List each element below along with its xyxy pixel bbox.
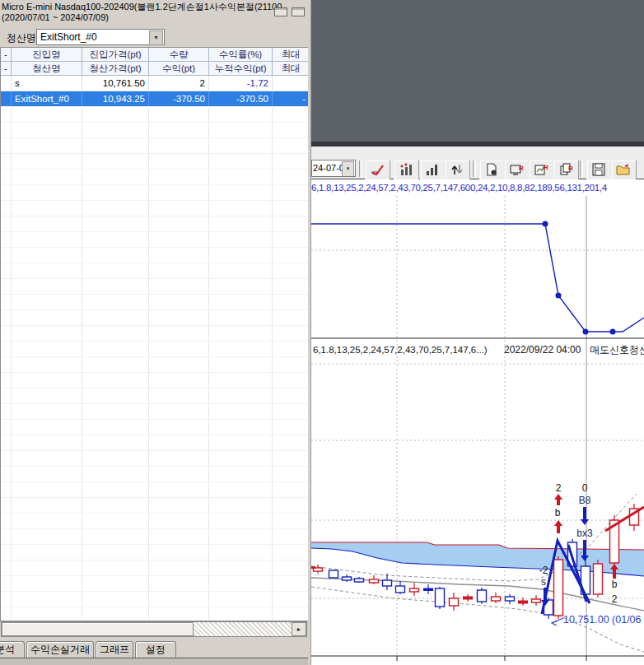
trendline-icon — [370, 163, 385, 176]
table-empty-area — [1, 107, 308, 620]
svg-text:2: 2 — [612, 593, 618, 605]
svg-text:R: R — [568, 165, 573, 172]
cell-exit-price: 10,943.25 — [82, 91, 149, 106]
bar-chart-icon — [426, 163, 439, 176]
app-root: Micro E-mini Nasdaq100-202409(볼랜1.2단계손절1… — [0, 0, 644, 665]
cell-cum-profit: -370.50 — [209, 91, 273, 106]
header-exit-price[interactable]: 청산가격(pt) — [82, 62, 149, 75]
trendline-button[interactable] — [365, 160, 390, 179]
exit-name-label: 청산명 — [7, 31, 36, 45]
exit-selector-row: 청산명 ExitShort_#0 ▼ — [0, 27, 308, 47]
header-max2[interactable]: 최대 — [273, 62, 308, 75]
chevron-down-icon[interactable]: ▼ — [342, 161, 354, 177]
bottom-filler — [0, 658, 308, 665]
svg-text:b: b — [555, 507, 561, 519]
window-title-line1: Micro E-mini Nasdaq100-202409(볼랜1.2단계손절1… — [2, 2, 308, 12]
table-header-row-1: - 진입명 진입가격(pt) 수량 수익률(%) 최대 — [1, 48, 308, 62]
header-cum-profit[interactable]: 누적수익(pt) — [209, 62, 273, 75]
open-folder-button[interactable] — [611, 160, 636, 179]
trade-table: - 진입명 진입가격(pt) 수량 수익률(%) 최대 - 청산명 청산가격(p… — [0, 47, 308, 621]
cell-max2: - — [273, 91, 308, 106]
tab-profit-loss[interactable]: 수익손실거래 — [26, 641, 94, 658]
chart-area: 6,1.8,13,25,2,24,57,2,43,70,25,7,147,600… — [311, 179, 644, 665]
svg-text:2: 2 — [556, 482, 562, 494]
toolbar-separator — [580, 160, 583, 177]
chart-svg[interactable]: 6,1.8,13,25,2,24,57,2,43,70,25,7,147,6..… — [311, 196, 644, 665]
restore-icon[interactable] — [292, 7, 305, 16]
window-controls — [274, 7, 305, 16]
cell-index — [1, 91, 12, 106]
exit-name-combobox[interactable]: ExitShort_#0 ▼ — [36, 29, 165, 45]
bar-chart-alert-button[interactable] — [394, 160, 418, 179]
svg-text:-2: -2 — [539, 565, 548, 576]
minimize-icon[interactable] — [274, 7, 287, 16]
tab-graph[interactable]: 그래프 — [96, 641, 133, 658]
background-area — [311, 0, 644, 142]
cell-index — [1, 76, 12, 91]
chevron-down-icon[interactable]: ▼ — [149, 30, 163, 45]
horizontal-scrollbar[interactable]: ► — [1, 621, 307, 637]
scrollbar-right-arrow-icon[interactable]: ► — [292, 622, 306, 636]
toolbar-separator — [473, 160, 476, 177]
monitor-record-icon: R — [510, 163, 524, 176]
svg-text:R: R — [519, 165, 524, 172]
cell-entry-price: 10,761.50 — [82, 76, 149, 91]
monitor-record-button[interactable]: R — [504, 160, 529, 179]
cell-exit-name: ExitShort_#0 — [12, 91, 82, 106]
analysis-window: Micro E-mini Nasdaq100-202409(볼랜1.2단계손절1… — [0, 0, 308, 665]
new-document-icon — [485, 163, 498, 176]
bottom-tabbar: 분석 수익손실거래 그래프 설정 — [0, 638, 308, 658]
tab-settings[interactable]: 설정 — [135, 641, 176, 658]
bar-chart-button[interactable] — [420, 160, 445, 179]
svg-text:10,751.00 (01/06: 10,751.00 (01/06 — [563, 614, 642, 625]
chart-record-icon: R — [534, 163, 548, 176]
header-entry-price[interactable]: 진입가격(pt) — [82, 48, 149, 61]
table-row-selected[interactable]: ExitShort_#0 10,943.25 -370.50 -370.50 - — [1, 91, 308, 107]
svg-text:bx3: bx3 — [576, 528, 593, 539]
cell-max — [273, 76, 308, 91]
cell-return-pct: -1.72 — [209, 76, 273, 91]
svg-text:0: 0 — [582, 482, 588, 494]
svg-text:2022/09/22 04:00: 2022/09/22 04:00 — [504, 344, 581, 356]
window-titlebar: Micro E-mini Nasdaq100-202409(볼랜1.2단계손절1… — [0, 0, 308, 27]
header-return-pct[interactable]: 수익률(%) — [209, 48, 273, 61]
copy-record-icon: R — [559, 163, 573, 176]
header-index2[interactable]: - — [1, 62, 12, 75]
save-icon — [592, 163, 605, 176]
cell-quantity: 2 — [149, 76, 209, 91]
exit-name-value: ExitShort_#0 — [40, 31, 97, 43]
cell-entry-name: s — [12, 76, 82, 91]
chart-record-button[interactable]: R — [529, 160, 553, 179]
chart-toolbar: 24-07-0 ▼ — [311, 146, 644, 179]
save-button[interactable] — [586, 160, 611, 179]
window-title-line2: (2020/07/01 ~ 2024/07/09) — [2, 12, 308, 23]
copy-record-button[interactable]: R — [553, 160, 578, 179]
bar-chart-alert-icon — [399, 163, 413, 176]
table-header-row-2: - 청산명 청산가격(pt) 수익(pt) 누적수익(pt) 최대 — [1, 62, 308, 76]
header-entry-name[interactable]: 진입명 — [12, 48, 82, 61]
tab-analysis[interactable]: 분석 — [0, 641, 25, 658]
date-combobox[interactable]: 24-07-0 ▼ — [311, 160, 356, 177]
svg-text:b: b — [612, 579, 618, 590]
svg-text:R: R — [544, 164, 548, 171]
svg-text:매도신호청산: 매도신호청산 — [590, 344, 644, 356]
strategy-params-line: 6,1.8,13,25,2,24,57,2,43,70,25,7,147,600… — [311, 180, 644, 196]
scrollbar-thumb[interactable] — [2, 622, 194, 636]
svg-text:B8: B8 — [579, 495, 591, 506]
header-profit[interactable]: 수익(pt) — [149, 62, 209, 75]
header-quantity[interactable]: 수량 — [149, 48, 209, 61]
sort-arrows-button[interactable] — [445, 160, 469, 179]
cell-profit: -370.50 — [149, 91, 209, 106]
header-index[interactable]: - — [1, 48, 12, 61]
chart-window: 24-07-0 ▼ — [311, 0, 644, 665]
svg-text:6,1.8,13,25,2,24,57,2,43,70,25: 6,1.8,13,25,2,24,57,2,43,70,25,7,147,6..… — [313, 345, 488, 355]
new-document-button[interactable] — [479, 160, 504, 179]
header-max[interactable]: 최대 — [273, 48, 308, 61]
table-row[interactable]: s 10,761.50 2 -1.72 — [1, 76, 308, 91]
toolbar-separator — [359, 160, 362, 177]
header-exit-name[interactable]: 청산명 — [12, 62, 82, 75]
svg-text:s: s — [541, 576, 546, 588]
open-folder-icon — [616, 163, 631, 176]
sort-arrows-icon — [450, 163, 464, 176]
date-value: 24-07-0 — [313, 163, 344, 173]
